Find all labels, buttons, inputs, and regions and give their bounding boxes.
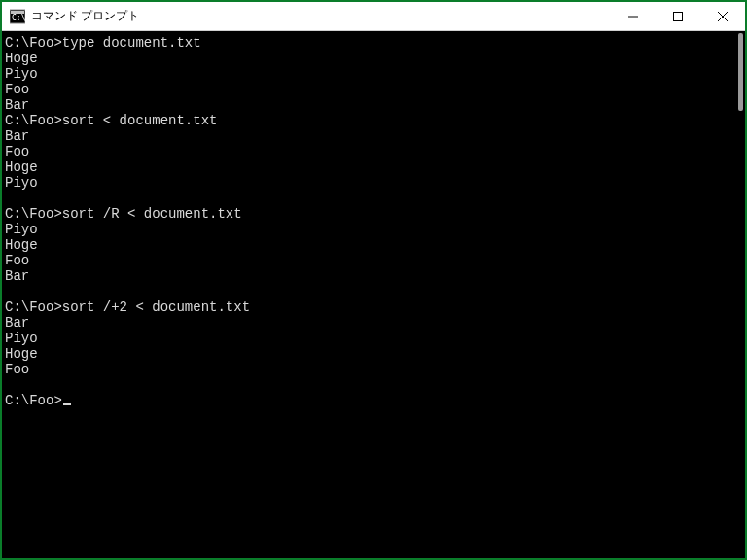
command-prompt-window: C:\ コマンド プロンプト C:\Foo>type document.txt … [0,0,747,560]
terminal-content: C:\Foo>type document.txt Hoge Piyo Foo B… [5,35,728,558]
svg-rect-4 [674,12,683,20]
scrollbar-track[interactable] [729,31,745,558]
minimize-button[interactable] [611,2,656,30]
scrollbar-thumb[interactable] [738,33,743,111]
cursor [63,402,71,405]
maximize-button[interactable] [656,2,700,30]
app-icon: C:\ [10,9,25,24]
svg-text:C:\: C:\ [12,14,25,22]
window-title: コマンド プロンプト [31,8,611,24]
close-button[interactable] [700,2,745,30]
terminal-area[interactable]: C:\Foo>type document.txt Hoge Piyo Foo B… [2,31,745,558]
window-controls [611,2,745,30]
titlebar[interactable]: C:\ コマンド プロンプト [2,2,745,31]
